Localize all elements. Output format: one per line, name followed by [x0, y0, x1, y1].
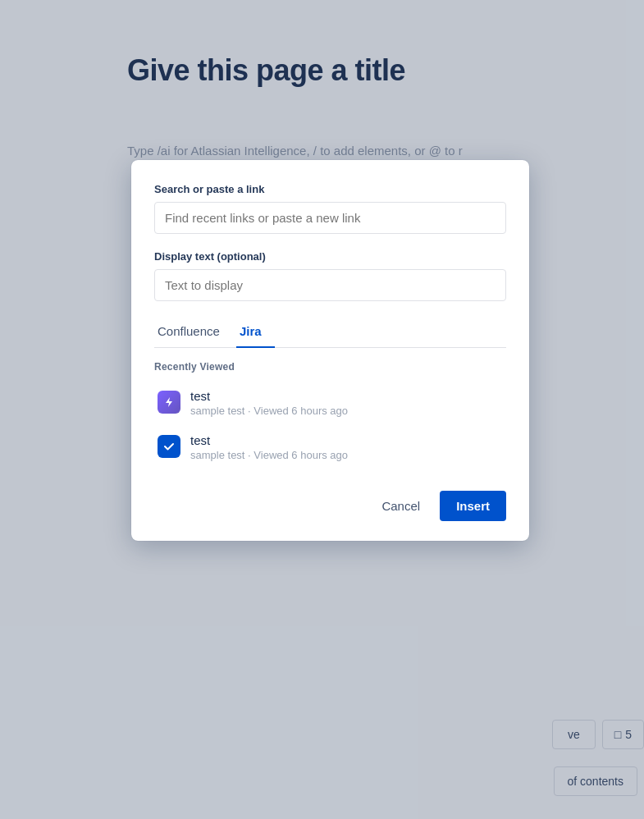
dialog-footer: Cancel Insert: [154, 491, 506, 521]
link-title: test: [190, 433, 503, 447]
link-meta: sample test · Viewed 6 hours ago: [190, 449, 503, 461]
jira-bolt-icon: [158, 391, 180, 414]
link-title: test: [190, 389, 503, 403]
tab-confluence[interactable]: Confluence: [154, 318, 236, 348]
list-item[interactable]: test sample test · Viewed 6 hours ago: [154, 427, 506, 468]
link-dialog: Search or paste a link Display text (opt…: [131, 160, 529, 541]
display-section-label: Display text (optional): [154, 250, 506, 263]
link-meta: sample test · Viewed 6 hours ago: [190, 405, 503, 417]
list-item[interactable]: test sample test · Viewed 6 hours ago: [154, 382, 506, 423]
tab-jira[interactable]: Jira: [236, 318, 275, 348]
display-text-input[interactable]: [154, 269, 506, 301]
recently-viewed-label: Recently Viewed: [154, 361, 506, 373]
cancel-button[interactable]: Cancel: [368, 491, 433, 521]
link-details: test sample test · Viewed 6 hours ago: [190, 389, 503, 417]
tabs-row: Confluence Jira: [154, 318, 506, 348]
insert-button[interactable]: Insert: [440, 491, 506, 521]
search-input[interactable]: [154, 202, 506, 234]
jira-check-icon: [158, 435, 180, 458]
search-section-label: Search or paste a link: [154, 183, 506, 195]
link-details: test sample test · Viewed 6 hours ago: [190, 433, 503, 461]
